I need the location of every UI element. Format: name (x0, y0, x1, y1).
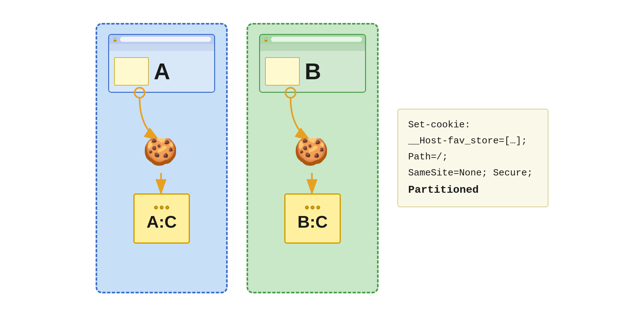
arrow-to-cookie-b (291, 98, 309, 140)
address-bar-a (120, 37, 211, 42)
main-container: 🔒 A 🍪 (83, 10, 561, 306)
panel-b: 🔒 B 🍪 (247, 23, 379, 293)
storage-dot-1 (154, 206, 158, 209)
arrow-to-cookie-a (140, 98, 158, 140)
browser-content-b: B (260, 51, 365, 92)
browser-titlebar-b: 🔒 (260, 35, 365, 44)
storage-dot-b-1 (305, 206, 309, 209)
storage-dot-b-2 (311, 206, 314, 209)
browser-toolbar-a (109, 44, 214, 51)
cookie-b: 🍪 (294, 138, 328, 167)
storage-dots-b (305, 206, 320, 209)
code-line-1: Set-cookie: (408, 117, 538, 133)
storage-box-a: A:C (133, 193, 190, 244)
code-line-2: __Host-fav_store=[…]; (408, 133, 538, 149)
address-bar-b (271, 37, 362, 42)
code-box: Set-cookie: __Host-fav_store=[…]; Path=/… (397, 109, 548, 208)
storage-box-b: B:C (284, 193, 341, 244)
code-line-4: SameSite=None; Secure; (408, 165, 538, 181)
browser-titlebar-a: 🔒 (109, 35, 214, 44)
storage-dots-a (154, 206, 169, 209)
lock-icon-b: 🔒 (263, 37, 269, 42)
site-label-a: A (154, 60, 170, 83)
browser-b: 🔒 B (259, 34, 366, 93)
panel-a: 🔒 A 🍪 (96, 23, 228, 293)
iframe-box-a (114, 57, 149, 86)
storage-dot-2 (160, 206, 164, 209)
storage-label-b: B:C (297, 212, 328, 231)
iframe-box-b (265, 57, 300, 86)
site-label-b: B (305, 60, 321, 83)
storage-dot-b-3 (316, 206, 320, 209)
browser-content-a: A (109, 51, 214, 92)
storage-label-a: A:C (147, 212, 177, 231)
code-line-partitioned: Partitioned (408, 181, 538, 199)
browser-a: 🔒 A (108, 34, 215, 93)
lock-icon-a: 🔒 (112, 37, 118, 42)
browser-toolbar-b (260, 44, 365, 51)
storage-dot-3 (165, 206, 169, 209)
code-line-3: Path=/; (408, 149, 538, 165)
cookie-a: 🍪 (143, 138, 177, 167)
